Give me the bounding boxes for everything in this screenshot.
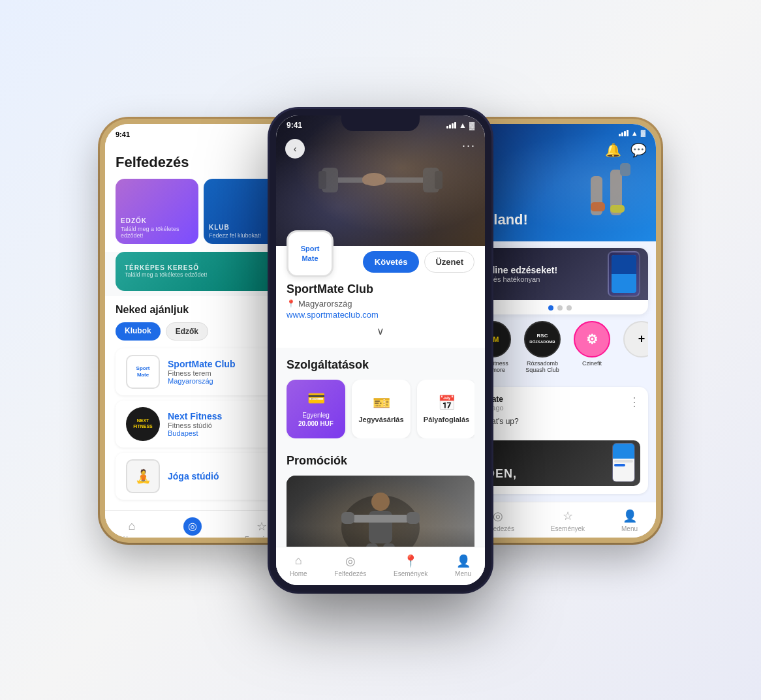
athlete-silhouette <box>315 482 446 547</box>
booking-label: Pályafoglalás <box>424 416 469 423</box>
yoga-name: Jóga stúdió <box>168 471 276 481</box>
service-balance[interactable]: 💳 Egyenleg20.000 HUF <box>287 380 345 438</box>
home-icon: ⌂ <box>125 519 139 534</box>
map-title: TÉRKÉPES KERESŐ <box>125 264 277 271</box>
calendar-icon: 📅 <box>438 395 456 412</box>
filter-tabs: Klubok Edzők <box>116 322 287 341</box>
svg-rect-19 <box>610 205 625 213</box>
promo-banner[interactable]: Online edzéseket! sen és hatékonyan <box>472 248 648 314</box>
services-title: Szolgáltatások <box>287 358 474 372</box>
services-section: Szolgáltatások 💳 Egyenleg20.000 HUF 🎫 Je… <box>276 348 485 444</box>
left-status-bar: 9:41 ▲ ▓ <box>105 124 297 149</box>
club-item-sportmate[interactable]: SportMate SportMate Club Fitness terem M… <box>116 348 287 395</box>
center-nav-home[interactable]: ⌂ Home <box>290 554 307 577</box>
map-card[interactable]: TÉRKÉPES KERESŐ Találd meg a tökéletes e… <box>116 252 287 291</box>
tab-clubs[interactable]: Klubok <box>116 322 161 341</box>
service-tickets[interactable]: 🎫 Jegyvásárlás <box>352 380 411 438</box>
yoga-logo: 🧘 <box>126 459 160 493</box>
svg-rect-4 <box>435 171 443 189</box>
profile-logo-text: SportMate <box>301 245 320 262</box>
center-nav-home-label: Home <box>290 570 307 577</box>
czinefit-name: Czinefit <box>582 360 602 367</box>
phones-container: 9:41 ▲ ▓ Felfedezés <box>87 40 674 660</box>
right-wifi-icon: ▲ <box>631 129 638 137</box>
compass-icon: ◎ <box>183 517 202 536</box>
center-nav-menu[interactable]: 👤 Menu <box>455 554 471 577</box>
cat-edzok-subtitle: Találd meg a tökéletes edződet! <box>121 226 193 239</box>
expand-button[interactable]: ∨ <box>287 325 474 337</box>
right-compass-icon: ◎ <box>491 509 505 523</box>
svg-rect-11 <box>341 512 354 524</box>
right-nav-menu[interactable]: 👤 Menu <box>621 509 638 532</box>
post-phone-mockup <box>612 443 635 482</box>
promo-banner-image: Online edzéseket! sen és hatékonyan <box>472 248 648 300</box>
hero-visual <box>276 115 485 246</box>
club-czinefit[interactable]: ⚙ Czinefit <box>571 321 613 374</box>
center-signal <box>446 122 456 129</box>
center-nav-discover-label: Felfedezés <box>334 570 366 577</box>
rsc-name: RózsadombSquash Club <box>525 360 559 374</box>
profile-location: 📍 Magyarország <box>287 299 474 309</box>
right-person-icon: 👤 <box>623 509 637 523</box>
tab-trainers[interactable]: Edzők <box>166 322 208 341</box>
svg-rect-12 <box>407 512 420 524</box>
right-nav-menu-label: Menu <box>621 525 638 532</box>
notch <box>341 115 420 131</box>
nav-home[interactable]: ⌂ Home <box>123 519 141 538</box>
club-item-next-fitness[interactable]: NEXTFITNESS Next Fitness Fitness stúdió … <box>116 401 287 448</box>
message-button[interactable]: Üzenet <box>424 251 474 273</box>
balance-label: Egyenleg20.000 HUF <box>298 411 334 428</box>
clubs-section: F·M F&M fitnessand more RSCRÓZSADOMB Róz… <box>464 321 656 382</box>
back-button[interactable]: ‹ <box>285 139 305 159</box>
profile-website[interactable]: www.sportmateclub.com <box>287 310 474 320</box>
profile-actions: Követés Üzenet <box>363 246 474 273</box>
dot-3 <box>567 305 572 311</box>
more-button[interactable]: ··· <box>462 139 476 153</box>
promo-image <box>287 476 474 547</box>
next-fitness-type: Fitness stúdió <box>168 421 276 429</box>
nav-home-label: Home <box>123 536 141 538</box>
sportmate-info: SportMate Club Fitness terem Magyarorszá… <box>168 359 276 385</box>
club-extra[interactable]: + <box>621 321 648 374</box>
profile-logo: SportMate <box>287 230 334 277</box>
center-pin-icon: 📍 <box>403 554 418 568</box>
profile-logo-wrap: SportMate <box>287 230 334 277</box>
map-subtitle: Találd meg a tökéletes edződet! <box>125 271 277 278</box>
center-nav-discover[interactable]: ◎ Felfedezés <box>334 554 366 577</box>
center-wifi-icon: ▲ <box>459 121 467 130</box>
center-bottom-nav: ⌂ Home ◎ Felfedezés 📍 Események 👤 Menu <box>276 547 485 585</box>
post-image: DEN, <box>480 440 640 486</box>
post-text: What's up? <box>480 417 640 426</box>
left-header: Felfedezés <box>105 149 297 179</box>
svg-rect-6 <box>362 175 386 185</box>
club-item-yoga[interactable]: 🧘 Jóga stúdió <box>116 453 287 500</box>
post-header: rtMate hrs ago ⋮ <box>480 395 640 412</box>
right-bottom-nav: ◎ Felfedezés ☆ Események 👤 Menu <box>464 502 656 538</box>
svg-point-8 <box>371 493 390 511</box>
right-nav-events[interactable]: ☆ Események <box>551 509 585 532</box>
service-booking[interactable]: 📅 Pályafoglalás <box>417 380 474 438</box>
promo-card[interactable]: ⚙ Funkcionális edzés <box>287 476 474 547</box>
star-icon: ☆ <box>255 519 269 534</box>
right-hero: 8:00 ▲ ▓ 🔔 💬 <box>464 124 656 241</box>
category-cards: EDZŐK Találd meg a tökéletes edződet! KL… <box>105 179 297 252</box>
next-fitness-logo: NEXTFITNESS <box>126 407 160 441</box>
post-more-icon[interactable]: ⋮ <box>629 395 640 409</box>
center-nav-menu-label: Menu <box>455 570 471 577</box>
post-card: rtMate hrs ago ⋮ What's up? ate DEN, <box>472 387 648 494</box>
follow-button[interactable]: Követés <box>363 251 420 273</box>
profile-name: SportMate Club <box>287 282 474 296</box>
category-edzok[interactable]: EDZŐK Találd meg a tökéletes edződet! <box>116 179 198 244</box>
left-phone-content: 9:41 ▲ ▓ Felfedezés <box>105 124 297 538</box>
center-person-icon: 👤 <box>456 554 471 568</box>
promos-section: Promóciók <box>276 444 485 547</box>
extra-avatar: + <box>623 321 648 358</box>
sportmate-location: Magyarország <box>168 377 276 385</box>
dot-1 <box>548 305 553 311</box>
club-rsc[interactable]: RSCRÓZSADOMB RózsadombSquash Club <box>521 321 563 374</box>
post-link[interactable]: ate <box>480 426 640 435</box>
dot-2 <box>557 305 563 311</box>
nav-discover[interactable]: ◎ Felfedezés <box>177 517 209 538</box>
center-nav-events[interactable]: 📍 Események <box>394 554 427 577</box>
center-phone-content: 9:41 ▲ ▓ <box>276 115 485 585</box>
